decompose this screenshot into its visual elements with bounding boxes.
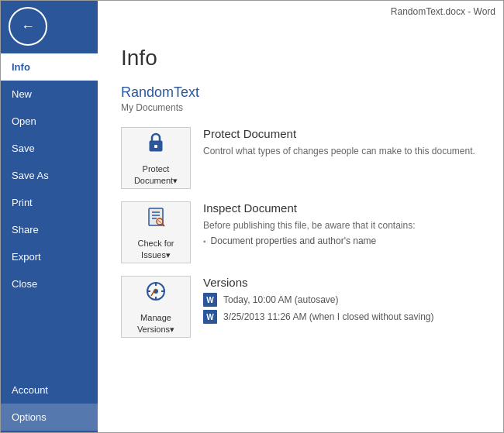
version-text-1: Today, 10:00 AM (autosave) [223, 294, 339, 305]
sidebar-spacer [1, 297, 98, 376]
back-arrow-icon: ← [21, 19, 35, 35]
protect-document-title: Protect Document [203, 127, 482, 140]
sidebar-item-open[interactable]: Open [1, 108, 98, 135]
sidebar-item-label: Export [12, 251, 41, 263]
sidebar-item-export[interactable]: Export [1, 243, 98, 270]
title-bar: RandomText.docx - Word [195, 1, 504, 22]
sidebar-item-info[interactable]: Info [1, 53, 98, 81]
sidebar-item-label: Print [12, 197, 33, 208]
back-button[interactable]: ← [9, 7, 47, 46]
sidebar-item-account[interactable]: Account [1, 376, 98, 404]
protect-document-desc: Control what types of changes people can… [203, 144, 482, 158]
window-title: RandomText.docx - Word [391, 6, 495, 17]
manage-versions-button[interactable]: Manage Versions▾ [121, 276, 191, 338]
sidebar-item-close[interactable]: Close [1, 270, 98, 297]
sidebar-item-share[interactable]: Share [1, 216, 98, 243]
main-content: RandomText.docx - Word Info RandomText M… [98, 1, 504, 433]
sidebar-item-label: Save [12, 143, 35, 154]
manage-versions-label: Manage Versions▾ [137, 312, 174, 335]
sidebar-item-save-as[interactable]: Save As [1, 162, 98, 189]
sidebar-item-label: New [12, 88, 32, 100]
sidebar-item-new[interactable]: New [1, 81, 98, 108]
doc-name: RandomText [121, 84, 482, 101]
sidebar-item-label: Close [12, 278, 37, 290]
app-container: ← Info New Open Save Save As Print Share [1, 1, 504, 433]
word-icon-1: W [203, 293, 217, 307]
check-issues-label: Check for Issues▾ [137, 238, 174, 260]
svg-rect-1 [154, 145, 157, 148]
version-item-2: W 3/25/2013 11:26 AM (when I closed with… [203, 310, 482, 324]
word-icon-2: W [203, 310, 217, 324]
sidebar-item-label: Share [12, 224, 39, 235]
sidebar-bottom: Account Options [1, 376, 98, 433]
versions-title: Versions [203, 276, 482, 289]
main-inner: Info RandomText My Documents Protect [98, 22, 504, 433]
svg-rect-2 [149, 208, 163, 225]
doc-path: My Documents [121, 102, 482, 113]
inspect-document-info: Inspect Document Before publishing this … [203, 201, 482, 249]
versions-icon [143, 279, 168, 309]
inspect-document-desc: Before publishing this file, be aware th… [203, 218, 482, 232]
check-issues-button[interactable]: Check for Issues▾ [121, 201, 191, 263]
sidebar-item-options[interactable]: Options [1, 404, 98, 431]
sidebar-item-label: Account [12, 384, 48, 396]
inspect-document-card: Check for Issues▾ Inspect Document Befor… [121, 201, 482, 263]
list-item: Document properties and author's name [203, 235, 482, 246]
versions-card: Manage Versions▾ Versions W Today, 10:00… [121, 276, 482, 338]
sidebar-nav: Info New Open Save Save As Print Share E… [1, 53, 98, 433]
sidebar-item-label: Options [12, 411, 47, 423]
lock-icon [143, 130, 168, 160]
protect-document-button[interactable]: Protect Document▾ [121, 127, 191, 189]
sidebar: ← Info New Open Save Save As Print Share [1, 1, 98, 433]
page-title: Info [121, 46, 482, 70]
versions-info: Versions W Today, 10:00 AM (autosave) W … [203, 276, 482, 327]
inspect-document-list: Document properties and author's name [203, 235, 482, 246]
sidebar-item-label: Info [12, 61, 30, 73]
inspect-icon [143, 204, 168, 235]
protect-document-label: Protect Document▾ [134, 163, 178, 186]
protect-document-card: Protect Document▾ Protect Document Contr… [121, 127, 482, 189]
sidebar-item-label: Save As [12, 170, 49, 181]
sidebar-item-label: Open [12, 115, 36, 127]
sidebar-item-save[interactable]: Save [1, 135, 98, 162]
sidebar-item-print[interactable]: Print [1, 189, 98, 216]
protect-document-info: Protect Document Control what types of c… [203, 127, 482, 161]
version-item-1: W Today, 10:00 AM (autosave) [203, 293, 482, 307]
version-text-2: 3/25/2013 11:26 AM (when I closed withou… [223, 311, 434, 322]
inspect-document-title: Inspect Document [203, 201, 482, 215]
